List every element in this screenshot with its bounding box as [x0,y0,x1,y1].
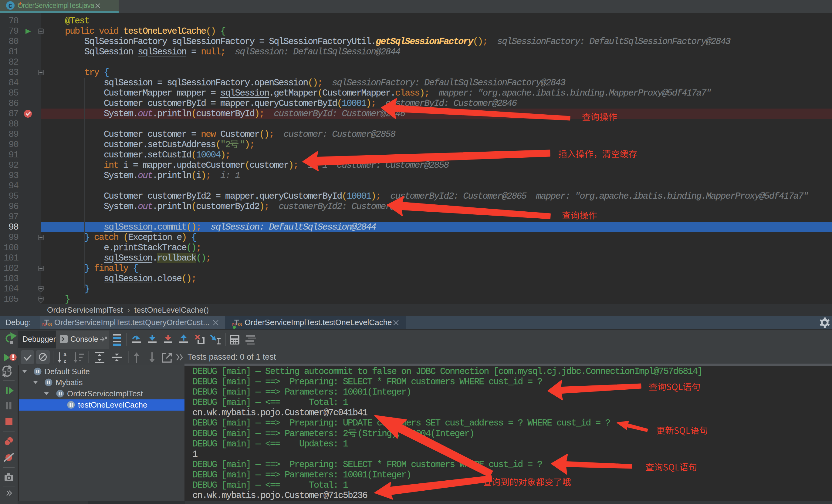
svg-text:N: N [42,322,46,327]
svg-text:G: G [238,322,242,327]
svg-text:a: a [63,352,67,357]
svg-text:G: G [48,322,52,327]
svg-text:C: C [8,3,12,10]
svg-text:z: z [64,358,67,363]
